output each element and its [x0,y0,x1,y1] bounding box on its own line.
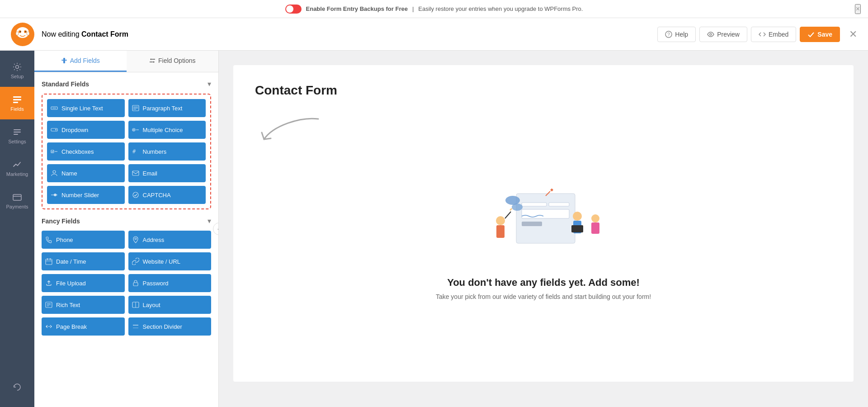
svg-rect-12 [13,96,21,98]
checkbox-field-icon [51,148,58,155]
address-field-icon [132,236,139,243]
field-email[interactable]: Email [128,164,206,182]
fancy-fields-toggle[interactable]: ▾ [208,217,211,225]
sidebar-item-settings[interactable]: Settings [0,119,34,152]
field-password[interactable]: Password [128,274,212,292]
sidebar-item-payments[interactable]: Payments [0,185,34,217]
field-name[interactable]: Name [47,164,125,182]
svg-point-61 [505,196,520,205]
sidebar-item-fields[interactable]: Fields [0,87,34,119]
svg-rect-18 [63,58,65,63]
standard-fields-header: Standard Fields ▾ [42,80,211,88]
gear-icon [12,62,22,72]
slider-field-icon [51,191,58,199]
phone-field-icon [45,236,52,243]
svg-point-36 [53,170,56,173]
svg-rect-15 [13,194,21,200]
sidebar-item-revisions[interactable] [0,371,34,403]
lock-field-icon [132,279,139,287]
logo-icon [11,23,34,46]
field-single-line-text[interactable]: Single Line Text [47,99,125,117]
svg-rect-57 [522,203,547,206]
tab-add-fields[interactable]: Add Fields [34,51,127,72]
paragraph-field-icon [132,104,139,112]
notif-close-button[interactable]: × [855,4,861,14]
save-button[interactable]: Save [800,27,840,42]
arrow-hint-svg [255,112,327,148]
arrow-hint [255,112,832,148]
field-multiple-choice[interactable]: Multiple Choice [128,121,206,139]
field-page-break[interactable]: Page Break [42,317,125,336]
standard-fields-toggle[interactable]: ▾ [208,80,211,88]
close-editor-button[interactable]: ✕ [849,28,857,40]
svg-point-70 [591,214,599,222]
header-bar: Now editing Contact Form ? Help Preview … [0,18,868,51]
field-phone[interactable]: Phone [42,231,125,249]
email-field-icon [132,170,139,177]
field-address[interactable]: Address [128,231,212,249]
svg-point-62 [512,204,523,211]
svg-rect-73 [550,188,553,191]
help-button[interactable]: ? Help [657,27,696,42]
fields-icon [12,95,22,104]
field-dropdown[interactable]: Dropdown [47,121,125,139]
save-icon [807,31,815,38]
sidebar-label-settings: Settings [8,139,26,144]
field-number-slider[interactable]: Number Slider [47,186,125,204]
field-checkboxes[interactable]: Checkboxes [47,142,125,161]
svg-rect-46 [133,283,138,286]
svg-line-65 [505,212,511,218]
fields-panel: Add Fields Field Options Standard Fields… [34,51,219,407]
numbers-field-icon: # [132,148,139,155]
link-field-icon [132,258,139,265]
svg-rect-42 [46,259,52,265]
preview-icon [707,31,714,38]
field-numbers[interactable]: # Numbers [128,142,206,161]
field-captcha[interactable]: CAPTCHA [128,186,206,204]
sidebar-label-setup: Setup [11,74,24,79]
svg-point-63 [496,216,505,225]
form-wrapper: Contact Form [233,65,854,382]
notif-toggle-label: Enable Form Entry Backups for Free [306,5,408,12]
field-paragraph-text[interactable]: Paragraph Text [128,99,206,117]
field-website-url[interactable]: Website / URL [128,252,212,270]
svg-rect-60 [522,222,542,226]
svg-point-6 [16,32,19,35]
dropdown-field-icon [51,126,58,133]
payments-icon [12,192,22,202]
name-field-icon [51,170,58,177]
svg-point-10 [710,33,712,35]
svg-rect-14 [13,102,18,103]
tab-field-options[interactable]: Field Options [127,51,219,72]
svg-rect-71 [591,222,599,234]
field-layout[interactable]: Layout [128,296,212,314]
notif-separator: | [412,5,414,12]
sidebar-item-marketing[interactable]: Marketing [0,152,34,185]
header-actions: ? Help Preview Embed Save ✕ [657,27,857,42]
captcha-field-icon [132,191,139,199]
icon-sidebar: Setup Fields Settings Marketing Payments [0,51,34,407]
marketing-icon [12,160,22,170]
revisions-icon [12,382,22,392]
sidebar-item-setup[interactable]: Setup [0,54,34,87]
field-section-divider[interactable]: Section Divider [128,317,212,336]
svg-rect-59 [522,209,569,218]
radio-field-icon [132,126,139,133]
field-file-upload[interactable]: File Upload [42,274,125,292]
settings-icon [12,127,22,137]
embed-button[interactable]: Embed [751,27,796,42]
field-date-time[interactable]: Date / Time [42,252,125,270]
help-icon: ? [665,31,672,38]
fields-content: Standard Fields ▾ Single Line Text Parag… [34,72,218,407]
standard-fields-grid: Single Line Text Paragraph Text Dropdown [47,99,206,204]
toggle-switch[interactable] [285,5,302,14]
empty-state-title: You don't have any fields yet. Add some! [447,277,640,289]
standard-fields-box: Single Line Text Paragraph Text Dropdown [42,94,211,209]
svg-point-5 [25,31,26,32]
field-rich-text[interactable]: Rich Text [42,296,125,314]
svg-rect-69 [571,225,583,232]
empty-state-subtitle: Take your pick from our wide variety of … [436,293,651,300]
svg-point-40 [133,192,138,198]
preview-button[interactable]: Preview [699,27,747,42]
svg-point-39 [54,194,57,196]
